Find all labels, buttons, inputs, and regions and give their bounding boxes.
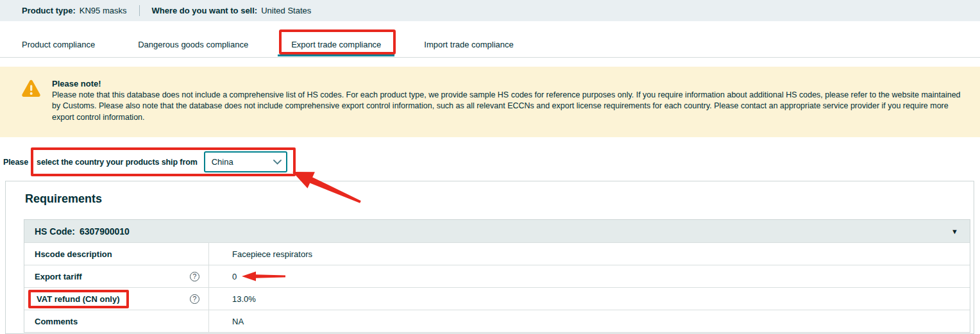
requirements-heading: Requirements (25, 192, 970, 206)
caret-down-icon: ▼ (951, 228, 958, 235)
row-value: Facepiece respirators (232, 249, 312, 259)
context-bar: Product type: KN95 masks Where do you wa… (0, 0, 980, 21)
tab-export-trade-compliance[interactable]: Export trade compliance (278, 29, 394, 57)
requirements-panel: Requirements HS Code: 6307900010 ▼ Hscod… (5, 181, 974, 334)
annotation-arrow-left-icon (242, 271, 285, 282)
table-row-comments: Comments NA (24, 310, 970, 332)
product-type-label: Product type: (22, 6, 76, 15)
row-value: 13.0% (232, 294, 256, 304)
vat-refund-annotation-box: VAT refund (CN only) (28, 290, 129, 308)
row-label: VAT refund (CN only) (37, 294, 120, 304)
ship-from-annotation-box: select the country your products ship fr… (31, 147, 296, 176)
country-select-wrap: China (204, 151, 287, 172)
tab-product-compliance[interactable]: Product compliance (8, 29, 108, 57)
row-value: 0 (232, 272, 237, 281)
table-row-hscode-description: Hscode description Facepiece respirators (24, 242, 970, 265)
notice-text: Please note! Please note that this datab… (52, 78, 970, 137)
row-label: Hscode description (35, 249, 112, 259)
help-icon[interactable] (190, 272, 199, 281)
notice-body: Please note that this database does not … (52, 90, 970, 124)
row-label: Export tariff (35, 272, 82, 281)
sell-marketplace-label: Where do you want to sell: (152, 6, 258, 15)
ship-from-label-prefix: Please (3, 158, 28, 167)
table-row-vat-refund: VAT refund (CN only) 13.0% (24, 287, 970, 310)
ship-from-label: select the country your products ship fr… (37, 158, 198, 167)
help-icon[interactable] (190, 294, 199, 304)
page: Product type: KN95 masks Where do you wa… (0, 0, 980, 334)
product-type-value: KN95 masks (80, 6, 127, 15)
compliance-tab-bar: Product compliance Dangerous goods compl… (0, 29, 980, 58)
hs-code-value: 6307900010 (80, 226, 130, 237)
notice-title: Please note! (52, 78, 970, 90)
ship-from-row: Please select the country your products … (0, 147, 980, 176)
hs-code-accordion-header[interactable]: HS Code: 6307900010 ▼ (24, 220, 970, 242)
sell-marketplace-value: United States (261, 6, 311, 15)
notice-banner: Please note! Please note that this datab… (0, 67, 980, 137)
hs-code-table: HS Code: 6307900010 ▼ Hscode description… (24, 219, 970, 333)
tab-dangerous-goods-compliance[interactable]: Dangerous goods compliance (124, 29, 262, 57)
ship-from-country-select[interactable]: China (204, 151, 287, 172)
row-label: Comments (35, 317, 78, 326)
table-row-export-tariff: Export tariff 0 (24, 265, 970, 287)
context-bar-divider (139, 5, 140, 16)
warning-triangle-icon (21, 79, 41, 137)
row-value: NA (232, 317, 244, 326)
tab-import-trade-compliance[interactable]: Import trade compliance (410, 29, 527, 57)
hs-code-label: HS Code: (35, 226, 75, 237)
